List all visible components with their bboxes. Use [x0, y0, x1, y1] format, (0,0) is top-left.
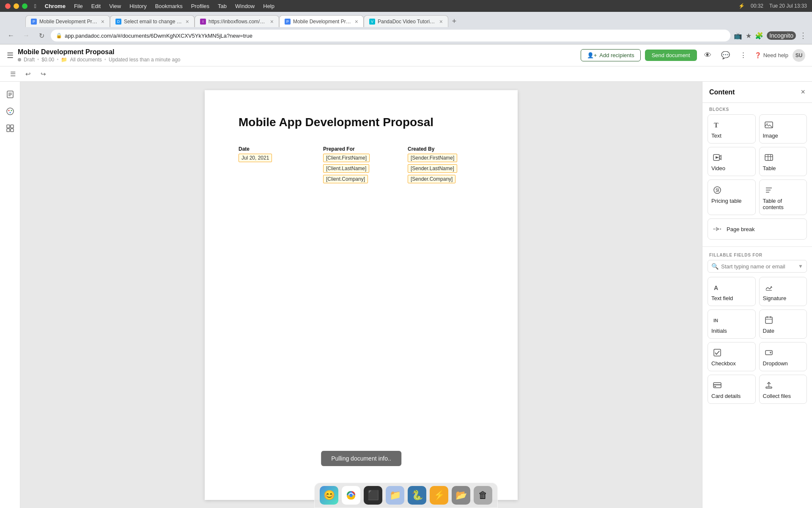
fillable-checkbox[interactable]: Checkbox [708, 342, 756, 371]
doc-main-title: Mobile App Development Proposal [239, 116, 484, 129]
macos-apple-menu[interactable]:  [34, 3, 36, 9]
more-options-icon[interactable]: ⋮ [737, 49, 750, 62]
dock-files[interactable]: 📂 [452, 486, 470, 505]
pages-icon[interactable]: ☰ [7, 68, 19, 80]
tab-close-5[interactable]: × [439, 18, 443, 25]
dock-finder[interactable]: 😊 [320, 486, 338, 505]
traffic-lights[interactable] [5, 3, 27, 9]
dock-terminal[interactable]: ⬛ [364, 486, 382, 505]
svg-rect-41 [714, 386, 716, 387]
browser-tab-4[interactable]: P Mobile Development Proposal × [279, 15, 364, 27]
meta-dot-2: • [57, 57, 58, 63]
profile-icon[interactable]: Incognito [767, 31, 796, 40]
browser-tab-3[interactable]: I https://inboxflows.com/emails... × [195, 15, 279, 27]
preview-icon[interactable]: 👁 [701, 49, 715, 62]
fillable-text-field[interactable]: A Text field [708, 277, 756, 306]
block-video[interactable]: Video [708, 147, 756, 176]
cast-icon[interactable]: 📺 [734, 32, 742, 40]
blocks-sidebar-icon[interactable] [3, 121, 18, 136]
search-dropdown-icon[interactable]: ▼ [798, 263, 803, 269]
undo-button[interactable]: ↩ [22, 68, 34, 80]
fillable-search-input[interactable] [721, 263, 796, 270]
svg-point-6 [11, 110, 12, 111]
initials-label: Initials [711, 328, 727, 334]
battery-time: 00:32 [751, 3, 763, 9]
browser-tab-5[interactable]: V PandaDoc Video Tutorials (Tri... × [364, 15, 448, 27]
fillable-card-details[interactable]: Card details [708, 375, 756, 404]
address-bar[interactable]: 🔒 app.pandadoc.com/a/#/documents/6DwmKgN… [51, 30, 730, 41]
add-recipients-button[interactable]: 👤+ Add recipients [581, 49, 641, 61]
new-tab-button[interactable]: + [448, 15, 460, 27]
tab-close-3[interactable]: × [270, 18, 274, 25]
svg-rect-9 [11, 125, 14, 128]
browser-tab-2[interactable]: D Select email to change | Djang... × [110, 15, 195, 27]
created-by-values: [Sender.FirstName] [Sender.LastName] [Se… [408, 154, 484, 184]
dock-trash[interactable]: 🗑 [474, 486, 492, 505]
tab-title-3: https://inboxflows.com/emails... [208, 19, 268, 25]
pricing-table-block-icon: $ [711, 184, 723, 196]
pages-sidebar-icon[interactable] [3, 87, 18, 102]
search-icon: 🔍 [711, 263, 719, 270]
fillable-initials[interactable]: IN Initials [708, 309, 756, 339]
fillable-fields-search[interactable]: 🔍 ▼ [708, 260, 807, 273]
user-avatar[interactable]: SU [793, 49, 805, 62]
meta-dot-3: • [104, 57, 106, 63]
forward-button[interactable]: → [20, 30, 32, 41]
maximize-window-btn[interactable] [22, 3, 27, 9]
menu-tab[interactable]: Tab [218, 3, 227, 9]
dock-folder[interactable]: 📁 [386, 486, 404, 505]
close-window-btn[interactable] [5, 3, 11, 9]
menu-view[interactable]: View [109, 3, 121, 9]
comments-icon[interactable]: 💬 [719, 49, 732, 62]
client-firstname: [Client.FirstName] [323, 154, 370, 162]
block-pricing-table[interactable]: $ Pricing table [708, 179, 756, 215]
hamburger-menu-icon[interactable]: ☰ [7, 51, 14, 60]
need-help-button[interactable]: ❓ Need help [754, 52, 788, 58]
block-table-label: Table [763, 165, 776, 171]
fillable-date[interactable]: Date [759, 309, 807, 339]
menu-history[interactable]: History [129, 3, 146, 9]
security-lock-icon: 🔒 [56, 33, 62, 39]
menu-profiles[interactable]: Profiles [191, 3, 209, 9]
dock-chrome[interactable] [342, 486, 360, 505]
menu-help[interactable]: Help [263, 3, 274, 9]
reload-button[interactable]: ↻ [36, 30, 47, 41]
dock-bolt[interactable]: ⚡ [430, 486, 448, 505]
date-field-icon [763, 314, 775, 326]
tab-title-4: Mobile Development Proposal [293, 19, 352, 25]
block-text[interactable]: T Text [708, 114, 756, 144]
block-table[interactable]: Table [759, 147, 807, 176]
palette-sidebar-icon[interactable] [3, 104, 18, 119]
svg-point-45 [349, 494, 353, 497]
block-page-break[interactable]: Page break [708, 218, 807, 240]
browser-tab-1[interactable]: P Mobile Development Proposal × [25, 15, 110, 27]
checkbox-label: Checkbox [711, 360, 736, 367]
menu-edit[interactable]: Edit [91, 3, 101, 9]
fillable-collect-files[interactable]: Collect files [759, 375, 807, 404]
fillable-signature[interactable]: Signature [759, 277, 807, 306]
app-toolbar: ☰ ↩ ↪ [0, 66, 812, 82]
menu-file[interactable]: File [74, 3, 83, 9]
block-text-label: Text [711, 133, 721, 139]
add-recipients-icon: 👤+ [587, 52, 597, 58]
fillable-dropdown[interactable]: Dropdown [759, 342, 807, 371]
tab-close-2[interactable]: × [186, 18, 189, 25]
minimize-window-btn[interactable] [14, 3, 19, 9]
block-toc[interactable]: Table of contents [759, 179, 807, 215]
extensions-icon[interactable]: 🧩 [755, 32, 763, 40]
send-document-button[interactable]: Send document [645, 50, 697, 61]
dock-python[interactable]: 🐍 [408, 486, 426, 505]
prepared-for-values: [Client.FirstName] [Client.LastName] [Cl… [323, 154, 399, 184]
block-image[interactable]: Image [759, 114, 807, 144]
menu-window[interactable]: Window [235, 3, 255, 9]
panel-close-button[interactable]: × [801, 88, 805, 97]
signature-label: Signature [763, 295, 787, 301]
tab-close-1[interactable]: × [101, 18, 104, 25]
back-button[interactable]: ← [5, 30, 17, 41]
more-menu-icon[interactable]: ⋮ [799, 31, 807, 40]
tab-close-4[interactable]: × [355, 18, 358, 25]
bookmark-icon[interactable]: ★ [746, 32, 752, 40]
chrome-app-name[interactable]: Chrome [45, 3, 66, 9]
redo-button[interactable]: ↪ [37, 68, 49, 80]
menu-bookmarks[interactable]: Bookmarks [155, 3, 183, 9]
